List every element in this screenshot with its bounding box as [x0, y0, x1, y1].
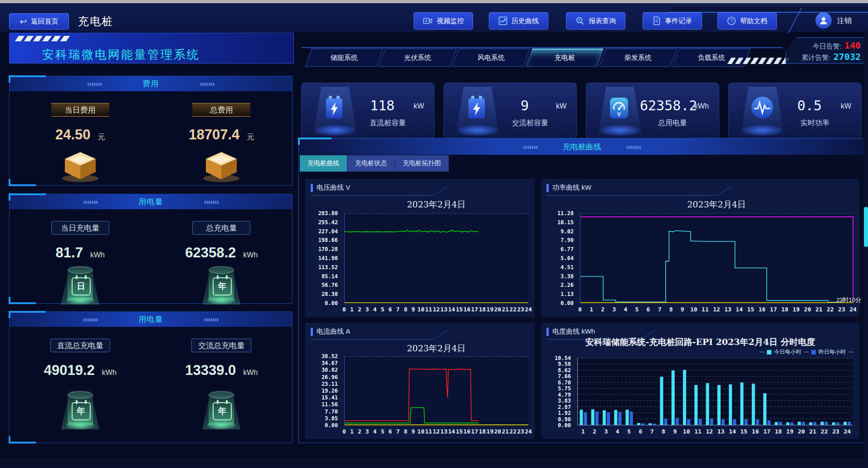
title-underline [311, 195, 434, 196]
stat-card-realtime-power: 0.5 kW 实时功率 [728, 83, 862, 139]
total-cost-unit: 元 [247, 133, 254, 142]
chevrons-left-icon [204, 198, 219, 206]
calendar-year-cylinder-icon: 年 [53, 390, 107, 432]
report-query-label: 报表查询 [589, 17, 616, 25]
dc-total-label: 直流总充电量 [50, 339, 110, 352]
title-bar-icon [546, 328, 549, 336]
user-avatar[interactable] [815, 12, 832, 29]
power-chart-date: 2023年2月4日 [580, 199, 853, 211]
power-time-annotation: 23时10分 [836, 296, 861, 304]
total-charge-unit: kWh [243, 251, 258, 259]
system-tab-bar: 储能系统 光伏系统 风电系统 充电桩 柴发系统 负载系统 [308, 49, 747, 67]
dashboard-screen: 返回首页 充电桩 视频监控 历史曲线 [0, 0, 868, 468]
power-chart: 功率曲线 kW 2023年2月4日 11.2810.159.027.906.77… [541, 179, 859, 317]
voltage-y-axis: 283.80255.42227.04198.66170.28141.90113.… [305, 213, 341, 303]
today-alarm-value: 140 [844, 40, 861, 51]
event-log-button[interactable]: 事件记录 [643, 12, 702, 30]
tab-diesel-system[interactable]: 柴发系统 [599, 49, 678, 67]
help-doc-button[interactable]: ? 帮助文档 [717, 12, 777, 30]
voltage-plot-area [344, 213, 528, 303]
energy-legend: 今日每小时 昨日每小时 [760, 348, 853, 356]
back-home-label: 返回首页 [31, 17, 58, 26]
brand-panel: 安科瑞微电网能量管理系统 [9, 33, 294, 64]
tab-charging-pile[interactable]: 充电桩 [526, 49, 604, 67]
help-question-icon: ? [727, 16, 736, 25]
current-chart: 电流曲线 A 2023年2月4日 38.5234.6730.8226.9623.… [305, 323, 535, 439]
chevrons-right-icon [87, 80, 102, 88]
yesterday-legend-label[interactable]: 昨日每小时 [819, 348, 846, 356]
subtab-pile-status[interactable]: 充电桩状态 [347, 155, 395, 172]
energy-y-axis: 10.549.588.627.666.705.754.793.832.871.9… [541, 358, 575, 425]
voltage-chart-title: 电压曲线 V [317, 183, 350, 192]
chevrons-right-icon [523, 143, 538, 151]
voltage-x-axis: 0123456789101112131415161718192021222324 [344, 306, 528, 314]
total-charge-label: 总充电量 [192, 221, 250, 235]
horizontal-scrollbar-track[interactable] [0, 459, 868, 468]
total-cost-block: 总费用 18707.4 元 [151, 91, 293, 183]
video-monitor-button[interactable]: 视频监控 [414, 12, 473, 30]
ac-charger-icon [466, 95, 488, 121]
dc-charger-icon [323, 95, 345, 121]
subtab-pile-topology[interactable]: 充电桩拓扑图 [395, 155, 449, 172]
history-curve-icon [498, 16, 507, 25]
charge-energy-panel: 用电量 当日充电量 81.7 kWh 日 总充电量 62358.2 kWh [9, 194, 293, 304]
total-energy-unit: kWh [694, 102, 709, 110]
svg-text:V: V [617, 111, 621, 118]
report-query-button[interactable]: 报表查询 [566, 12, 625, 30]
help-doc-label: 帮助文档 [740, 17, 767, 25]
video-monitor-icon [423, 16, 433, 25]
hazard-stripes-icon [729, 58, 788, 64]
vertical-scrollbar-thumb[interactable] [864, 207, 868, 247]
title-bar-icon [311, 184, 313, 192]
power-x-axis: 0123456789101112131415161718192021222324 [580, 306, 853, 314]
power-chart-title: 功率曲线 kW [552, 183, 591, 192]
dc-capacity-label: 直流桩容量 [351, 118, 424, 128]
realtime-power-label: 实时功率 [779, 118, 851, 128]
history-curve-button[interactable]: 历史曲线 [489, 12, 548, 30]
dcac-energy-header: 用电量 [10, 312, 292, 327]
ac-total-value: 13339.0 [185, 362, 236, 379]
chevrons-left-icon [200, 80, 215, 88]
realtime-power-value: 0.5 [782, 98, 837, 113]
page-title: 充电桩 [78, 14, 113, 29]
total-charge-block: 总充电量 62358.2 kWh 年 [151, 209, 293, 307]
stat-card-total-energy: V 62358.2 kWh 总用电量 [586, 83, 719, 139]
calendar-day-cylinder-icon: 日 [53, 266, 107, 307]
nav-decoration [667, 6, 868, 13]
tab-storage-system[interactable]: 储能系统 [305, 49, 384, 67]
event-log-icon [653, 16, 661, 25]
voltage-chart-date: 2023年2月4日 [344, 199, 528, 211]
energy-x-axis: 123456789101112131415161718192021222324 [577, 428, 853, 436]
event-log-label: 事件记录 [665, 17, 692, 25]
ac-total-block: 交流总充电量 13339.0 kWh 年 [151, 327, 293, 432]
tab-pv-system[interactable]: 光伏系统 [379, 49, 457, 67]
ac-capacity-value: 9 [497, 98, 552, 113]
logout-button[interactable]: 注销 [837, 16, 852, 26]
daily-charge-label: 当日充电量 [51, 221, 109, 235]
calendar-year-cylinder-icon: 年 [194, 266, 249, 307]
stat-card-dc-capacity: 118 kW 直流桩容量 [301, 83, 434, 139]
energy-bar-chart: 电度曲线 kWh 安科瑞储能系统-充电桩回路-EPI 2023年2月4日 分时电… [541, 323, 859, 439]
subtab-pile-curves[interactable]: 充电桩曲线 [300, 155, 347, 172]
energy-chart-title: 电度曲线 kWh [552, 327, 595, 336]
total-energy-label: 总用电量 [636, 118, 709, 128]
dc-capacity-unit: kW [414, 102, 424, 110]
current-chart-date: 2023年2月4日 [344, 343, 528, 355]
back-arrow-icon [20, 17, 27, 26]
gold-box-icon [59, 149, 102, 183]
title-bar-icon [311, 328, 313, 336]
cost-panel-header: 费用 [10, 76, 292, 91]
back-home-button[interactable]: 返回首页 [9, 13, 69, 30]
current-plot-area [344, 356, 528, 425]
tab-wind-system[interactable]: 风电系统 [452, 49, 531, 67]
dc-total-value: 49019.2 [44, 362, 95, 379]
today-legend-label[interactable]: 今日每小时 [774, 348, 801, 356]
realtime-power-icon [751, 95, 774, 120]
charging-curves-title: 充电桩曲线 [563, 142, 601, 152]
dc-total-unit: kWh [102, 369, 117, 377]
chevrons-left-icon [204, 315, 219, 323]
daily-cost-unit: 元 [98, 133, 105, 142]
charging-curves-panel: 充电桩曲线 充电桩曲线 充电桩状态 充电桩拓扑图 电压曲线 V 2023年2月4… [298, 138, 865, 443]
top-nav: 返回首页 充电桩 视频监控 历史曲线 [0, 3, 868, 31]
dcac-energy-title: 用电量 [139, 314, 163, 325]
